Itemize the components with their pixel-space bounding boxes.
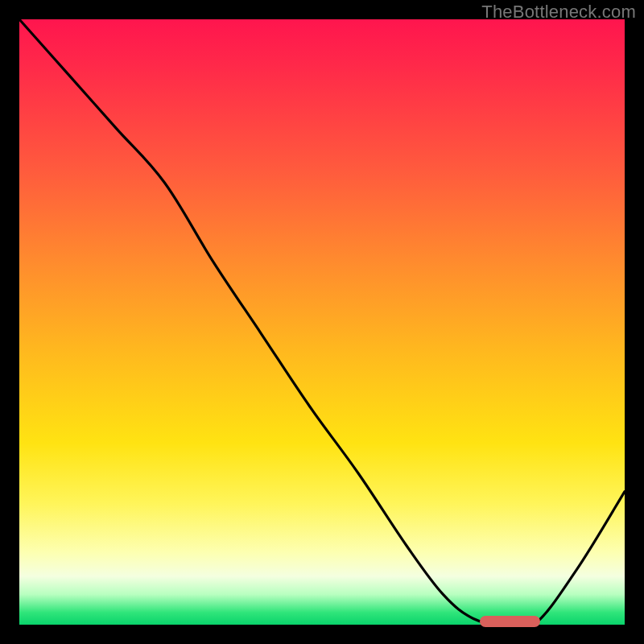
optimal-range-marker xyxy=(480,616,540,627)
plot-area xyxy=(19,19,625,625)
bottleneck-curve xyxy=(19,19,625,625)
chart-frame: TheBottleneck.com xyxy=(0,0,644,644)
